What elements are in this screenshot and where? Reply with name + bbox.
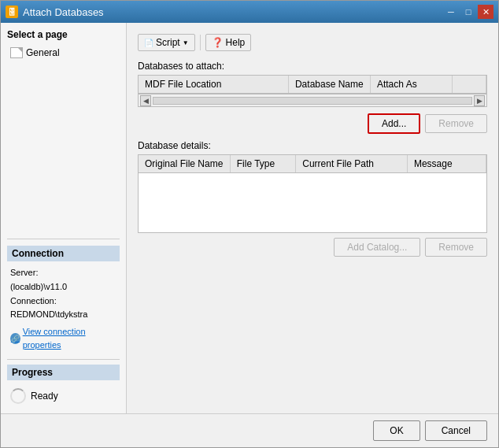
details-table-header: Original File Name File Type Current Fil… bbox=[139, 155, 486, 173]
view-connection-label: View connection properties bbox=[23, 325, 116, 353]
details-label: Database details: bbox=[138, 140, 487, 151]
window-title: Attach Databases bbox=[23, 6, 104, 18]
help-label: Help bbox=[226, 37, 246, 48]
details-section: Database details: Original File Name Fil… bbox=[138, 140, 487, 257]
main-window: 🗄 Attach Databases ─ □ ✕ Select a page G… bbox=[0, 0, 499, 448]
page-icon bbox=[10, 47, 23, 58]
col-filetype-header: File Type bbox=[231, 155, 296, 172]
scroll-right-arrow[interactable]: ▶ bbox=[474, 95, 485, 106]
footer-bar: OK Cancel bbox=[1, 413, 498, 447]
sidebar-item-general[interactable]: General bbox=[7, 45, 120, 61]
left-arrow-icon: ◀ bbox=[143, 97, 149, 105]
progress-section: Progress Ready bbox=[7, 359, 120, 407]
remove-details-button[interactable]: Remove bbox=[425, 238, 487, 257]
help-icon: ❓ bbox=[212, 37, 224, 48]
toolbar: 📄 Script ▼ ❓ Help bbox=[138, 31, 487, 54]
details-table: Original File Name File Type Current Fil… bbox=[138, 154, 487, 233]
col-currpath-header: Current File Path bbox=[296, 155, 408, 172]
col-origname-header: Original File Name bbox=[139, 155, 231, 172]
close-button[interactable]: ✕ bbox=[478, 5, 493, 19]
col-dbname-header: Database Name bbox=[289, 76, 371, 93]
col-attachas-header: Attach As bbox=[371, 76, 453, 93]
script-button[interactable]: 📄 Script ▼ bbox=[138, 34, 195, 51]
help-button[interactable]: ❓ Help bbox=[205, 34, 252, 51]
title-bar: 🗄 Attach Databases ─ □ ✕ bbox=[1, 1, 498, 23]
cancel-button[interactable]: Cancel bbox=[425, 420, 487, 441]
details-table-body[interactable] bbox=[139, 173, 486, 228]
add-button[interactable]: Add... bbox=[368, 113, 420, 134]
progress-header: Progress bbox=[7, 365, 120, 380]
title-controls: ─ □ ✕ bbox=[443, 5, 493, 19]
dropdown-arrow: ▼ bbox=[183, 39, 189, 46]
server-label: Server: bbox=[10, 266, 116, 280]
sidebar-general-label: General bbox=[26, 47, 60, 58]
remove-databases-button[interactable]: Remove bbox=[425, 114, 487, 133]
progress-status: Ready bbox=[31, 391, 58, 402]
databases-section: Databases to attach: MDF File Location D… bbox=[138, 61, 487, 107]
scroll-track[interactable] bbox=[153, 97, 472, 105]
connection-label: Connection: bbox=[10, 294, 116, 309]
databases-label: Databases to attach: bbox=[138, 61, 487, 72]
progress-spinner bbox=[10, 388, 26, 404]
script-label: Script bbox=[156, 37, 180, 48]
horizontal-scrollbar[interactable]: ◀ ▶ bbox=[139, 94, 486, 106]
col-message-header: Message bbox=[408, 155, 486, 172]
databases-table-header: MDF File Location Database Name Attach A… bbox=[139, 76, 486, 94]
connection-header: Connection bbox=[7, 246, 120, 261]
connection-section: Connection Server: (localdb)\v11.0 Conne… bbox=[7, 239, 120, 353]
main-content: 📄 Script ▼ ❓ Help Databases to attach: M… bbox=[127, 23, 498, 413]
col-extra-header bbox=[453, 76, 486, 93]
connection-info: Server: (localdb)\v11.0 Connection: REDM… bbox=[7, 266, 120, 353]
maximize-button[interactable]: □ bbox=[460, 5, 476, 19]
script-icon: 📄 bbox=[144, 39, 153, 47]
right-arrow-icon: ▶ bbox=[477, 97, 482, 105]
toolbar-divider bbox=[200, 35, 201, 50]
sidebar: Select a page General Connection Server:… bbox=[1, 23, 127, 413]
window-body: Select a page General Connection Server:… bbox=[1, 23, 498, 413]
title-bar-left: 🗄 Attach Databases bbox=[6, 6, 104, 18]
details-buttons-row: Add Catalog... Remove bbox=[138, 238, 487, 257]
scroll-left-arrow[interactable]: ◀ bbox=[140, 95, 151, 106]
ok-button[interactable]: OK bbox=[373, 420, 420, 441]
add-catalog-button[interactable]: Add Catalog... bbox=[334, 238, 420, 257]
link-icon: 🔗 bbox=[10, 333, 20, 344]
minimize-button[interactable]: ─ bbox=[443, 5, 459, 19]
connection-value: REDMOND\tdykstra bbox=[10, 308, 116, 322]
databases-table: MDF File Location Database Name Attach A… bbox=[138, 75, 487, 107]
add-remove-row: Add... Remove bbox=[138, 113, 487, 134]
progress-content: Ready bbox=[7, 385, 120, 407]
col-mdf-header: MDF File Location bbox=[139, 76, 289, 93]
server-value: (localdb)\v11.0 bbox=[10, 280, 116, 294]
select-page-label: Select a page bbox=[7, 29, 120, 40]
view-connection-link[interactable]: 🔗 View connection properties bbox=[10, 325, 116, 353]
window-icon: 🗄 bbox=[6, 6, 18, 18]
